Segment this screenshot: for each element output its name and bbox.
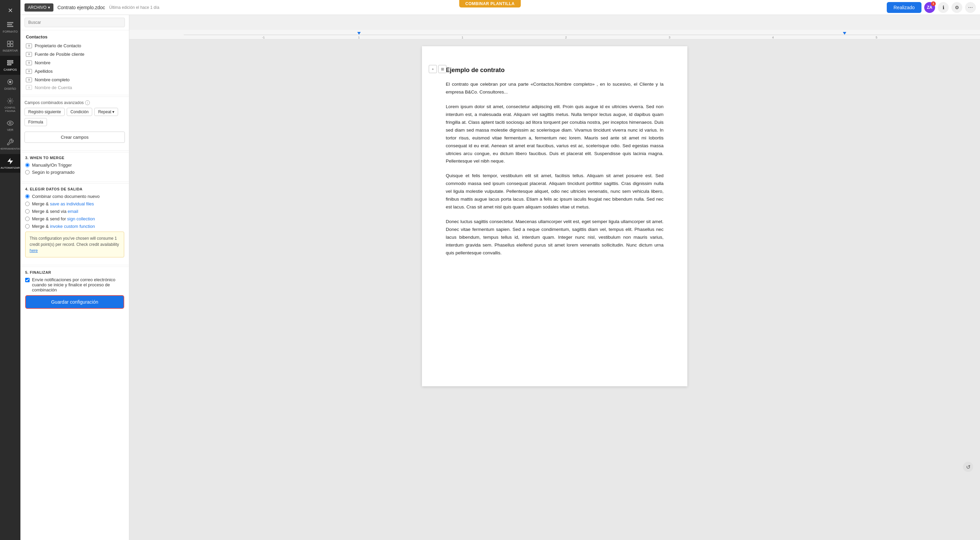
save-individual-link[interactable]: save as individual files [50, 201, 94, 206]
block-tools: + ⊞ [429, 65, 447, 73]
user-avatar[interactable]: ZA 1 [924, 2, 935, 13]
repeat-button[interactable]: Repeat ▾ [94, 108, 118, 116]
advanced-section: Campos combinados avanzados i Registro s… [21, 97, 129, 149]
email-notification-label: Envíe notificaciones por correo electrón… [32, 277, 124, 292]
svg-rect-1 [8, 24, 12, 25]
save-config-button[interactable]: Guardar configuración [25, 295, 124, 309]
crear-campos-button[interactable]: Crear campos [24, 132, 125, 143]
sidebar-icons: ✕ FORMATO INSERTAR CAMPOS DISEÑO CONFIG.… [0, 0, 21, 540]
email-notification-option[interactable]: Envíe notificaciones por correo electrón… [25, 277, 124, 292]
settings-button[interactable]: ⚙ [951, 2, 962, 13]
list-item[interactable]: ⊞ Nombre de Cuenta [21, 84, 129, 91]
svg-rect-9 [8, 64, 11, 65]
svg-rect-5 [8, 44, 10, 47]
sidebar-label-herramientas: HERRAMIENTAS [0, 147, 21, 151]
left-margin-marker [357, 32, 361, 35]
sign-collection-radio[interactable] [25, 217, 30, 221]
email-notification-checkbox[interactable] [25, 278, 30, 282]
info-button[interactable]: ℹ [938, 2, 949, 13]
list-item[interactable]: ⊞ Propietario de Contacto [21, 41, 129, 50]
programado-radio[interactable] [25, 170, 30, 175]
notification-badge: 1 [931, 2, 936, 6]
realizado-button[interactable]: Realizado [887, 2, 921, 13]
sidebar-item-ver[interactable]: VER [0, 116, 21, 135]
svg-point-11 [9, 81, 11, 83]
formula-button[interactable]: Fórmula [24, 118, 47, 126]
ruler-inner: -1 1 1 2 3 4 5 [184, 30, 980, 39]
advanced-info-icon[interactable]: i [85, 100, 90, 105]
sidebar-item-config-pagina[interactable]: CONFIG. PÁGINA [0, 94, 21, 116]
manually-radio[interactable] [25, 163, 30, 167]
registro-siguiente-button[interactable]: Registro siguiente [24, 108, 65, 116]
svg-marker-14 [8, 158, 13, 164]
field-type-icon: ⊞ [26, 43, 32, 48]
finalize-section: 5. FINALIZAR Envíe notificaciones por co… [21, 267, 129, 312]
sidebar-item-formato[interactable]: FORMATO [0, 17, 21, 37]
sign-collection-link[interactable]: sign collection [67, 216, 95, 221]
list-item[interactable]: ⊞ Fuente de Posible cliente [21, 50, 129, 59]
svg-point-12 [9, 100, 11, 102]
custom-function-radio[interactable] [25, 224, 30, 229]
sidebar-item-diseno[interactable]: DISEÑO [0, 75, 21, 94]
sidebar-item-campos[interactable]: CAMPOS [0, 56, 21, 75]
archivo-chevron-icon: ▾ [48, 5, 50, 10]
main-content: -1 1 1 2 3 4 5 + ⊞ Ejemplo de contrato [129, 30, 980, 540]
custom-function-option[interactable]: Merge & invoke custom function [25, 224, 124, 229]
programado-label: Según lo programado [32, 170, 75, 175]
section3-title: 3. WHEN TO MERGE [25, 156, 124, 160]
add-block-button[interactable]: + [429, 65, 437, 73]
combinar-nuevo-option[interactable]: Combinar como documento nuevo [25, 194, 124, 199]
avatar-initials: ZA [927, 5, 932, 10]
doc-paragraph-0: El contrato que celebran por una parte «… [446, 81, 663, 96]
close-button[interactable]: ✕ [0, 3, 21, 17]
archivo-label: ARCHIVO [28, 5, 47, 10]
document-title: Ejemplo de contrato [446, 67, 663, 74]
svg-rect-4 [11, 41, 13, 43]
save-individual-option[interactable]: Merge & save as individual files [25, 201, 124, 206]
programado-option[interactable]: Según lo programado [25, 170, 124, 175]
block-grid-button[interactable]: ⊞ [438, 65, 447, 73]
advanced-title: Campos combinados avanzados i [24, 100, 125, 105]
sidebar-item-herramientas[interactable]: HERRAMIENTAS [0, 135, 21, 154]
sidebar-item-automatizar[interactable]: AUTOMATIZAR [0, 154, 21, 173]
scroll-right-button[interactable]: ↺ [963, 462, 973, 472]
field-type-icon: ⊞ [26, 85, 32, 90]
section4-title: 4. ELEGIR DATOS DE SALIDA [25, 187, 124, 191]
document-container: + ⊞ Ejemplo de contrato El contrato que … [129, 40, 980, 393]
field-type-icon: ⊞ [26, 78, 32, 82]
list-item[interactable]: ⊞ Apellidos [21, 67, 129, 76]
credit-here-link[interactable]: here [30, 248, 38, 253]
output-section: 4. ELEGIR DATOS DE SALIDA Combinar como … [21, 183, 129, 264]
save-individual-radio[interactable] [25, 202, 30, 206]
send-email-option[interactable]: Merge & send via email [25, 209, 124, 214]
sign-collection-option[interactable]: Merge & send for sign collection [25, 216, 124, 221]
email-link[interactable]: email [68, 209, 78, 214]
archivo-button[interactable]: ARCHIVO ▾ [24, 3, 53, 11]
list-item[interactable]: ⊞ Nombre completo [21, 76, 129, 84]
sidebar-label-ver: VER [7, 128, 14, 132]
svg-rect-2 [8, 26, 13, 27]
sidebar-item-insertar[interactable]: INSERTAR [0, 37, 21, 56]
invoke-custom-link[interactable]: invoke custom function [50, 224, 95, 229]
send-email-radio[interactable] [25, 209, 30, 214]
svg-rect-8 [8, 62, 13, 63]
document-page: + ⊞ Ejemplo de contrato El contrato que … [422, 46, 687, 386]
field-type-icon: ⊞ [26, 69, 32, 74]
combinar-nuevo-radio[interactable] [25, 194, 30, 199]
when-to-merge-section: 3. WHEN TO MERGE Manually/On Trigger Seg… [21, 152, 129, 180]
save-individual-label: Merge & save as individual files [32, 201, 94, 206]
sidebar-label-formato: FORMATO [3, 30, 18, 33]
field-type-icon: ⊞ [26, 52, 32, 57]
advanced-title-text: Campos combinados avanzados [24, 100, 84, 105]
search-input[interactable] [24, 17, 125, 27]
manually-option[interactable]: Manually/On Trigger [25, 162, 124, 168]
list-item[interactable]: ⊞ Nombre [21, 59, 129, 67]
doc-title[interactable]: Contrato ejemplo.zdoc [57, 5, 105, 10]
svg-rect-0 [8, 22, 13, 23]
contacts-header: Contactos [21, 33, 129, 41]
top-bar-right: Realizado ZA 1 ℹ ⚙ ⋯ [887, 2, 976, 13]
combine-banner: COMBINAR PLANTILLA [460, 0, 521, 8]
condicion-button[interactable]: Condición [67, 108, 92, 116]
more-button[interactable]: ⋯ [965, 2, 976, 13]
left-panel: Contactos ⊞ Propietario de Contacto ⊞ Fu… [21, 15, 129, 540]
